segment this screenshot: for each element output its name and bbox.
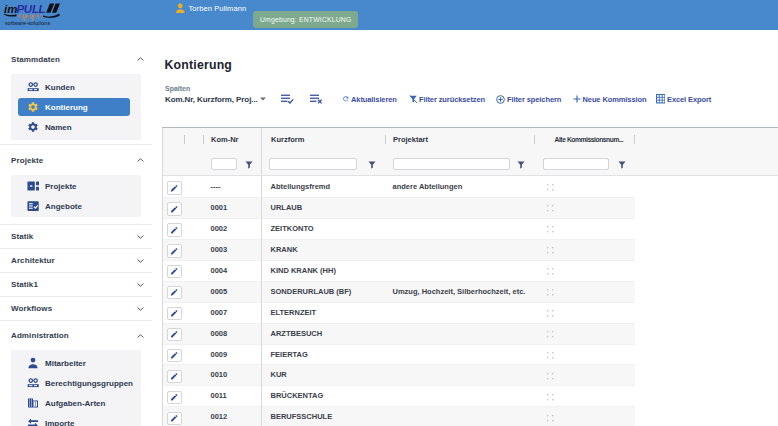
table-row: 0009FEIERTAG — [162, 345, 635, 366]
sidebar-item-projekte[interactable]: Projekte — [11, 176, 141, 196]
sidebar-section-header-architektur[interactable]: Architektur — [0, 249, 152, 272]
column-separator — [203, 135, 204, 144]
edit-row-button[interactable] — [167, 181, 182, 195]
cell-kurzform: ARZTBESUCH — [271, 324, 323, 345]
drag-dots-icon[interactable] — [547, 331, 554, 338]
sidebar-item-namen[interactable]: Namen — [11, 117, 141, 137]
table-row: 0004KIND KRANK (HH) — [162, 261, 635, 282]
sidebar-section-header-statik[interactable]: Statik — [0, 225, 152, 248]
pencil-icon — [170, 330, 179, 339]
edit-row-button[interactable] — [167, 391, 182, 405]
sidebar-item-label: Berechtigungsgruppen — [45, 379, 133, 388]
sidebar-item-aufgaben-arten[interactable]: Aufgaben-Arten — [11, 393, 141, 413]
sidebar-item-importe[interactable]: Importe — [11, 413, 141, 426]
cell-kom-nr: 0001 — [211, 198, 228, 219]
sidebar-section-header-statik1[interactable]: Statik1 — [0, 273, 152, 296]
toolbar-button-label: Filter zurücksetzen — [419, 95, 485, 104]
cell-kom-nr: 0007 — [211, 303, 228, 324]
drag-dots-icon[interactable] — [547, 247, 554, 254]
drag-dots-icon[interactable] — [547, 289, 554, 296]
sidebar-item-berechtigungsgruppen[interactable]: Berechtigungsgruppen — [11, 373, 141, 393]
table-row: 0012BERUFSSCHULE — [162, 407, 635, 426]
gear-icon — [27, 101, 39, 113]
sidebar-item-kontierung[interactable]: Kontierung — [18, 98, 130, 116]
pencil-icon — [170, 393, 179, 402]
edit-row-button[interactable] — [167, 202, 182, 216]
edit-row-button[interactable] — [167, 370, 182, 384]
chevron-down-icon — [137, 307, 144, 311]
sidebar-section-header-administration[interactable]: Administration — [0, 321, 152, 350]
filter-off-icon — [409, 95, 418, 104]
sidebar-section-header-projekte[interactable]: Projekte — [0, 145, 152, 175]
deselect-all-columns-button[interactable] — [310, 93, 325, 105]
edit-row-button[interactable] — [167, 223, 182, 237]
sidebar-section-header-workflows[interactable]: Workflows — [0, 297, 152, 320]
edit-row-button[interactable] — [167, 265, 182, 279]
user-menu[interactable]: Torben Pullmann — [175, 3, 246, 13]
sidebar-section-label: Workflows — [11, 304, 52, 313]
table-row: 0011BRÜCKENTAG — [162, 386, 635, 407]
filter-funnel-icon[interactable] — [368, 161, 376, 169]
sidebar-section-projekte: Projekte Projekte Angebote — [0, 145, 152, 225]
drag-dots-icon[interactable] — [547, 268, 554, 275]
new-commission-button[interactable]: Neue Kommission — [573, 93, 647, 105]
drag-dots-icon[interactable] — [547, 184, 554, 191]
edit-row-button[interactable] — [167, 412, 182, 426]
filter-save-button[interactable]: Filter speichern — [496, 93, 561, 105]
sidebar-section-label: Stammdaten — [11, 55, 60, 64]
sidebar-item-kunden[interactable]: Kunden — [11, 77, 141, 97]
list-check-icon — [281, 94, 294, 104]
excel-export-button[interactable]: Excel Export — [656, 93, 712, 105]
columns-dropdown[interactable]: Kom.Nr, Kurzform, Proj... — [165, 93, 266, 105]
filter-input-kurzform[interactable] — [269, 158, 358, 170]
sidebar-item-angebote[interactable]: Angebote — [11, 196, 141, 216]
filter-funnel-icon[interactable] — [245, 161, 253, 169]
pencil-icon — [170, 372, 179, 381]
filter-input-kom_nr[interactable] — [211, 158, 237, 170]
table-row: 0002ZEITKONTO — [162, 219, 635, 240]
impulls-logo[interactable]: im PULL software-solutions — [3, 2, 61, 28]
sidebar-section-stammdaten: Stammdaten KundenKontierungNamen — [0, 44, 152, 145]
sidebar-item-label: Projekte — [45, 182, 77, 191]
refresh-button[interactable]: Aktualisieren — [342, 93, 397, 105]
edit-row-button[interactable] — [167, 349, 182, 363]
list-x-icon — [310, 94, 323, 104]
pencil-icon — [170, 414, 179, 423]
sidebar-item-mitarbeiter[interactable]: Mitarbeiter — [11, 353, 141, 373]
drag-dots-icon[interactable] — [547, 352, 554, 359]
page-title: Kontierung — [165, 59, 233, 72]
drag-dots-icon[interactable] — [547, 415, 554, 422]
cell-kom-nr: 0005 — [211, 282, 228, 303]
select-all-columns-button[interactable] — [281, 93, 296, 105]
sidebar-section-statik: Statik — [0, 225, 152, 249]
drag-dots-icon[interactable] — [547, 205, 554, 212]
column-header-kurzform[interactable]: Kurzform — [271, 136, 304, 144]
cell-kom-nr: 0002 — [211, 219, 228, 240]
drag-dots-icon[interactable] — [547, 310, 554, 317]
chevron-up-icon — [137, 57, 144, 61]
filter-funnel-icon[interactable] — [517, 161, 525, 169]
sidebar-section-header-stammdaten[interactable]: Stammdaten — [0, 44, 152, 74]
edit-row-button[interactable] — [167, 286, 182, 300]
filter-reset-button[interactable]: Filter zurücksetzen — [409, 93, 486, 105]
table-row: 0005SONDERURLAUB (BF)Umzug, Hochzeit, Si… — [162, 282, 635, 303]
column-header-projektart[interactable]: Projektart — [393, 136, 428, 144]
toolbar-button-label: Neue Kommission — [583, 95, 647, 104]
edit-row-button[interactable] — [167, 328, 182, 342]
drag-dots-icon[interactable] — [547, 226, 554, 233]
filter-funnel-icon[interactable] — [618, 161, 626, 169]
drag-dots-icon[interactable] — [547, 394, 554, 401]
edit-row-button[interactable] — [167, 244, 182, 258]
column-header-alte[interactable]: Alte Kommissionsnum... — [555, 136, 624, 144]
column-header-kom_nr[interactable]: Kom-Nr — [211, 136, 239, 144]
cell-kom-nr: 0009 — [211, 345, 228, 366]
table-row: ----Abteilungsfremdandere Abteilungen — [162, 177, 635, 198]
sidebar-submenu: Projekte Angebote — [11, 175, 141, 217]
edit-row-button[interactable] — [167, 307, 182, 321]
filter-input-alte[interactable] — [543, 158, 609, 170]
drag-dots-icon[interactable] — [547, 373, 554, 380]
sidebar-section-label: Architektur — [11, 256, 55, 265]
filter-input-projektart[interactable] — [393, 158, 511, 170]
sidebar-submenu: KundenKontierungNamen — [11, 74, 141, 140]
columns-label: Spalten — [165, 85, 190, 92]
